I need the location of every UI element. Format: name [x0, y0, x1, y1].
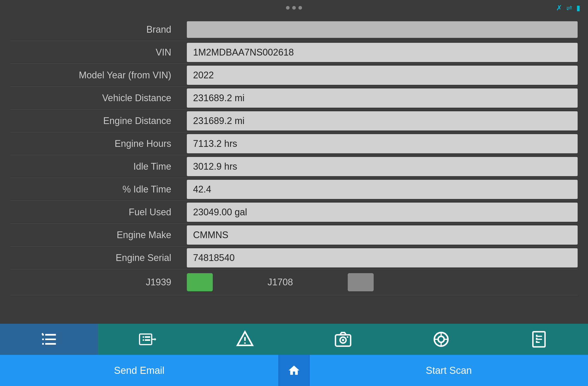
engine-serial-label: Engine Serial	[10, 252, 187, 263]
svg-rect-32	[536, 335, 538, 336]
vin-value[interactable]: 1M2MDBAA7NS002618	[187, 43, 578, 62]
vin-row: VIN 1M2MDBAA7NS002618	[10, 41, 578, 64]
toggle-area: J1708	[187, 273, 578, 291]
engine-distance-row: Engine Distance 231689.2 mi	[10, 109, 578, 132]
svg-point-21	[347, 336, 348, 338]
svg-point-23	[438, 336, 444, 342]
tire-icon	[432, 330, 450, 348]
svg-rect-11	[145, 336, 150, 338]
send-email-button[interactable]: Send Email	[0, 355, 278, 386]
diagnostic-icon	[138, 330, 156, 348]
nav-item-checklist[interactable]	[0, 324, 98, 355]
brand-label: Brand	[10, 24, 187, 35]
warning-icon	[236, 330, 254, 348]
svg-marker-14	[155, 338, 156, 341]
home-icon	[288, 364, 300, 377]
vehicle-distance-label: Vehicle Distance	[10, 93, 187, 104]
engine-make-value[interactable]: CMMNS	[187, 225, 578, 245]
brand-value[interactable]	[187, 21, 578, 38]
svg-rect-33	[536, 338, 538, 339]
engine-hours-value[interactable]: 7113.2 hrs	[187, 134, 578, 153]
idle-time-label: Idle Time	[10, 161, 187, 172]
engine-serial-value[interactable]: 74818540	[187, 248, 578, 267]
engine-hours-label: Engine Hours	[10, 138, 187, 149]
j1708-toggle-button[interactable]	[348, 273, 374, 291]
camera-icon	[334, 330, 352, 348]
svg-rect-5	[45, 334, 56, 336]
dot-2	[292, 6, 296, 10]
svg-rect-2	[42, 343, 44, 345]
vehicle-distance-row: Vehicle Distance 231689.2 mi	[10, 87, 578, 109]
svg-rect-7	[45, 343, 56, 345]
pct-idle-time-label: % Idle Time	[10, 184, 187, 195]
svg-rect-34	[536, 341, 538, 342]
model-year-label: Model Year (from VIN)	[10, 70, 187, 81]
protocol-toggle-row: J1939 J1708	[10, 269, 578, 295]
nav-item-tire[interactable]	[392, 324, 490, 355]
nav-item-report[interactable]	[490, 324, 588, 355]
brand-row: Brand	[10, 18, 578, 41]
engine-distance-value[interactable]: 231689.2 mi	[187, 111, 578, 130]
nav-item-warning[interactable]	[196, 324, 294, 355]
top-dots	[286, 6, 302, 10]
svg-rect-6	[45, 339, 56, 340]
model-year-row: Model Year (from VIN) 2022	[10, 64, 578, 87]
home-button[interactable]	[278, 355, 310, 386]
pct-idle-time-row: % Idle Time 42.4	[10, 178, 578, 201]
engine-make-row: Engine Make CMMNS	[10, 224, 578, 246]
bottom-nav	[0, 324, 588, 355]
idle-time-row: Idle Time 3012.9 hrs	[10, 155, 578, 178]
svg-point-17	[244, 342, 246, 344]
svg-point-9	[142, 336, 144, 338]
j1939-toggle-button[interactable]	[187, 273, 213, 291]
pct-idle-time-value[interactable]: 42.4	[187, 180, 578, 199]
nav-item-camera[interactable]	[294, 324, 392, 355]
fuel-used-label: Fuel Used	[10, 207, 187, 218]
checklist-icon	[40, 330, 58, 348]
j1939-label: J1939	[10, 277, 187, 288]
start-scan-button[interactable]: Start Scan	[310, 355, 588, 386]
signal-icon: ⇌	[566, 4, 572, 12]
engine-serial-row: Engine Serial 74818540	[10, 246, 578, 269]
battery-icon: ▮	[576, 4, 580, 12]
engine-make-label: Engine Make	[10, 230, 187, 240]
j1708-label: J1708	[228, 277, 332, 288]
report-icon	[530, 330, 548, 348]
vin-label: VIN	[10, 47, 187, 58]
engine-hours-row: Engine Hours 7113.2 hrs	[10, 132, 578, 155]
model-year-value[interactable]: 2022	[187, 66, 578, 85]
idle-time-value[interactable]: 3012.9 hrs	[187, 157, 578, 176]
status-icons: ✗ ⇌ ▮	[556, 4, 580, 12]
bottom-action-bar: Send Email Start Scan	[0, 355, 588, 386]
top-bar: ✗ ⇌ ▮	[0, 0, 588, 16]
main-content: Brand VIN 1M2MDBAA7NS002618 Model Year (…	[0, 16, 588, 298]
dot-1	[286, 6, 290, 10]
svg-rect-12	[145, 339, 150, 341]
fuel-used-row: Fuel Used 23049.00 gal	[10, 201, 578, 224]
dot-3	[298, 6, 302, 10]
bluetooth-icon: ✗	[556, 4, 562, 12]
engine-distance-label: Engine Distance	[10, 115, 187, 126]
svg-point-20	[342, 339, 344, 341]
svg-point-10	[142, 339, 144, 341]
nav-item-diagnostic[interactable]	[98, 324, 196, 355]
vehicle-distance-value[interactable]: 231689.2 mi	[187, 88, 578, 108]
fuel-used-value[interactable]: 23049.00 gal	[187, 203, 578, 222]
